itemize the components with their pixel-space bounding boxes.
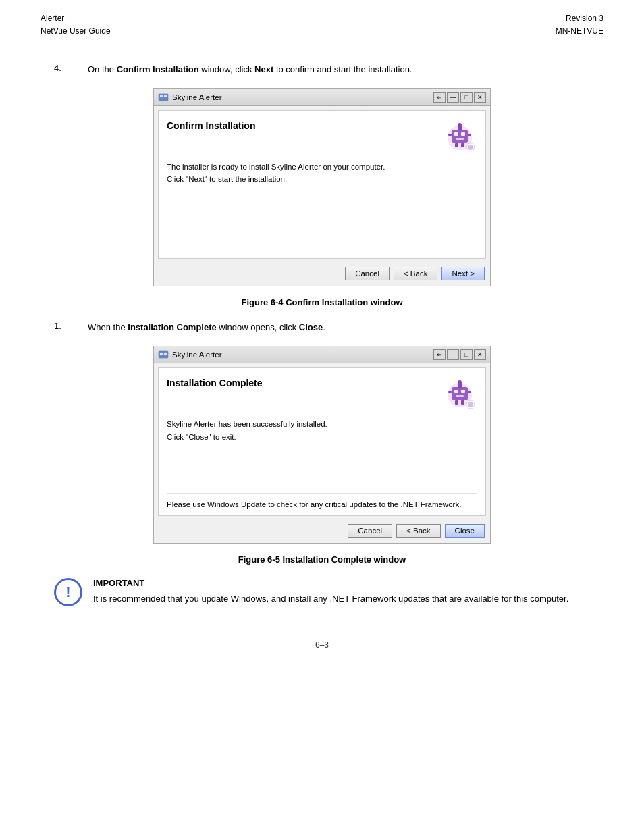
- header-left: Alerter NetVue User Guide: [41, 12, 111, 38]
- dialog2-title-left: Skyline Alerter: [158, 349, 222, 360]
- dialog1-heading-row: Confirm Installation: [167, 118, 477, 153]
- dialog2-bottom-text: Please use Windows Update to check for a…: [167, 493, 477, 509]
- important-box: ! IMPORTANT It is recommended that you u…: [54, 578, 590, 606]
- step-4-text: On the Confirm Installation window, clic…: [88, 63, 412, 76]
- step-1-text: When the Installation Complete window op…: [88, 321, 325, 334]
- svg-rect-12: [455, 143, 458, 147]
- svg-rect-20: [452, 387, 468, 400]
- dialog2-close-btn[interactable]: ✕: [474, 349, 486, 360]
- svg-rect-4: [452, 130, 468, 143]
- svg-point-15: [468, 145, 473, 150]
- dialog1-app-icon: [158, 92, 169, 103]
- dialog2-robot-icon: [442, 375, 477, 410]
- svg-rect-2: [164, 95, 167, 97]
- dialog1-next-button[interactable]: Next >: [441, 267, 485, 280]
- main-content: 4. On the Confirm Installation window, c…: [0, 56, 644, 627]
- svg-rect-26: [448, 391, 452, 393]
- next-bold: Next: [254, 64, 273, 74]
- dialog2-footer: Cancel < Back Close: [154, 520, 490, 543]
- dialog2-body-line1: Skyline Alerter has been successfully in…: [167, 418, 477, 430]
- confirm-installation-bold: Confirm Installation: [117, 64, 199, 74]
- dialog1-body: Confirm Installation: [158, 110, 486, 259]
- dialog1-close-btn[interactable]: ✕: [474, 92, 486, 103]
- dialog1-title-text: Skyline Alerter: [172, 93, 222, 101]
- svg-rect-13: [461, 143, 464, 147]
- dialog1-controls: ⇐ — □ ✕: [433, 92, 486, 103]
- svg-rect-28: [455, 400, 458, 405]
- guide-name: NetVue User Guide: [41, 25, 111, 38]
- page-footer: 6–3: [0, 627, 644, 663]
- dialog2-container: Skyline Alerter ⇐ — □ ✕ Installation Com…: [153, 346, 491, 544]
- step-1: 1. When the Installation Complete window…: [54, 321, 590, 334]
- important-label: IMPORTANT: [93, 578, 590, 588]
- dialog1-window: Skyline Alerter ⇐ — □ ✕ Confirm Installa…: [153, 88, 491, 286]
- dialog1-heading: Confirm Installation: [167, 118, 255, 131]
- svg-rect-5: [454, 132, 458, 136]
- svg-rect-16: [159, 351, 168, 358]
- dialog2-title-text: Skyline Alerter: [172, 350, 222, 359]
- figure2-caption: Figure 6-5 Installation Complete window: [54, 554, 590, 565]
- important-icon: !: [54, 578, 82, 606]
- dialog1-container: Skyline Alerter ⇐ — □ ✕ Confirm Installa…: [153, 88, 491, 286]
- svg-rect-1: [160, 95, 163, 97]
- dialog2-back-btn[interactable]: ⇐: [433, 349, 446, 360]
- dialog2-body: Installation Complete: [158, 367, 486, 516]
- svg-rect-10: [448, 134, 452, 136]
- dialog1-body-text: The installer is ready to install Skylin…: [167, 161, 477, 186]
- important-text: It is recommended that you update Window…: [93, 592, 590, 606]
- dialog2-heading: Installation Complete: [167, 375, 263, 388]
- svg-rect-7: [456, 138, 464, 140]
- dialog1-back-btn[interactable]: ⇐: [433, 92, 446, 103]
- header-divider: [41, 45, 603, 45]
- page-header: Alerter NetVue User Guide Revision 3 MN-…: [0, 0, 644, 45]
- svg-rect-0: [159, 94, 168, 101]
- svg-rect-18: [164, 353, 167, 355]
- important-content: IMPORTANT It is recommended that you upd…: [93, 578, 590, 606]
- svg-rect-23: [456, 395, 464, 397]
- dialog2-body-line2: Click "Close" to exit.: [167, 431, 477, 443]
- dialog2-window: Skyline Alerter ⇐ — □ ✕ Installation Com…: [153, 346, 491, 544]
- dialog2-heading-row: Installation Complete: [167, 375, 477, 410]
- svg-rect-21: [454, 390, 458, 393]
- dialog1-robot-icon: [442, 118, 477, 153]
- part-number: MN-NETVUE: [556, 25, 603, 38]
- dialog2-titlebar: Skyline Alerter ⇐ — □ ✕: [154, 346, 490, 363]
- product-name: Alerter: [41, 12, 111, 25]
- dialog1-back-button[interactable]: < Back: [394, 267, 437, 280]
- dialog2-close-button[interactable]: Close: [445, 524, 485, 538]
- dialog1-title-left: Skyline Alerter: [158, 92, 222, 103]
- dialog2-controls: ⇐ — □ ✕: [433, 349, 486, 360]
- step-4: 4. On the Confirm Installation window, c…: [54, 63, 590, 76]
- svg-point-25: [458, 380, 462, 384]
- svg-point-31: [468, 402, 473, 407]
- dialog1-minimize-btn[interactable]: —: [447, 92, 459, 103]
- header-right: Revision 3 MN-NETVUE: [556, 12, 603, 38]
- close-bold: Close: [299, 322, 323, 332]
- svg-rect-17: [160, 353, 163, 355]
- dialog2-app-icon: [158, 349, 169, 360]
- figure1-caption: Figure 6-4 Confirm Installation window: [54, 297, 590, 307]
- svg-rect-6: [461, 132, 465, 136]
- step-1-number: 1.: [54, 321, 88, 334]
- svg-rect-27: [468, 391, 471, 393]
- dialog2-body-text: Skyline Alerter has been successfully in…: [167, 418, 477, 443]
- installation-complete-bold: Installation Complete: [128, 322, 216, 332]
- svg-rect-22: [461, 390, 465, 393]
- dialog2-minimize-btn[interactable]: —: [447, 349, 459, 360]
- dialog1-maximize-btn[interactable]: □: [460, 92, 473, 103]
- page-number: 6–3: [315, 640, 329, 650]
- dialog1-body-line1: The installer is ready to install Skylin…: [167, 161, 477, 173]
- dialog1-footer: Cancel < Back Next >: [154, 263, 490, 286]
- dialog2-back-button[interactable]: < Back: [396, 524, 440, 538]
- dialog2-cancel-button[interactable]: Cancel: [348, 524, 392, 538]
- svg-rect-11: [468, 134, 471, 136]
- dialog1-cancel-button[interactable]: Cancel: [345, 267, 390, 280]
- dialog1-body-line2: Click "Next" to start the installation.: [167, 173, 477, 185]
- dialog1-titlebar: Skyline Alerter ⇐ — □ ✕: [154, 89, 490, 106]
- dialog2-maximize-btn[interactable]: □: [460, 349, 473, 360]
- svg-point-9: [458, 123, 462, 127]
- revision: Revision 3: [556, 12, 603, 25]
- svg-rect-29: [461, 400, 464, 405]
- step-4-number: 4.: [54, 63, 88, 76]
